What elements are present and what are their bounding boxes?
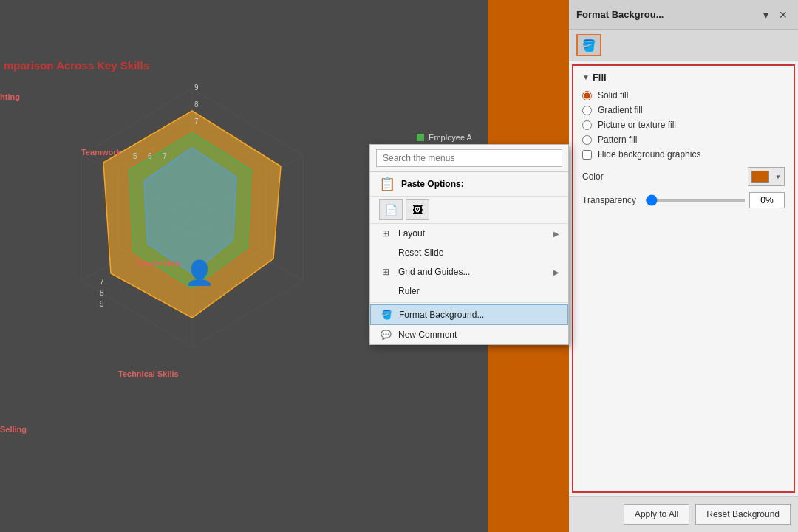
grid-icon: ⊞	[379, 267, 392, 277]
paste-btn-2[interactable]: 🖼	[406, 200, 429, 220]
paste-options-section: 📋 Paste Options:	[370, 172, 568, 197]
color-row: Color ▼	[582, 167, 785, 186]
radar-chart: 9 8 7 5 6 7 7 8 9	[0, 30, 399, 443]
radio-solid-input[interactable]	[582, 91, 592, 100]
bucket-icon-row: 🪣	[569, 30, 798, 61]
svg-text:6: 6	[148, 152, 152, 160]
hide-bg-checkbox[interactable]	[582, 150, 592, 160]
axis-label-selling: Selling	[0, 425, 27, 434]
paste-btn-1[interactable]: 📄	[379, 200, 403, 220]
color-dropdown-arrow-icon: ▼	[775, 174, 781, 180]
color-picker-btn[interactable]: ▼	[748, 167, 785, 186]
svg-text:5: 5	[133, 152, 137, 160]
slide-title: mparison Across Key Skills	[4, 59, 149, 72]
format-bg-label: Format Background...	[399, 310, 559, 320]
radio-picture-fill[interactable]: Picture or texture fill	[582, 120, 785, 130]
menu-item-format-background[interactable]: 🪣 Format Background...	[370, 304, 568, 325]
svg-text:7: 7	[194, 117, 199, 126]
radio-pattern-input[interactable]	[582, 135, 592, 145]
right-panel: Format Backgrou... ▾ ✕ 🪣 ▼ Fill Solid fi…	[569, 0, 798, 532]
menu-item-grid[interactable]: ⊞ Grid and Guides... ▶	[370, 262, 568, 282]
svg-text:7: 7	[100, 278, 104, 286]
reset-background-button[interactable]: Reset Background	[695, 504, 791, 525]
transparency-label: Transparency	[582, 195, 641, 205]
menu-item-ruler[interactable]: Ruler	[370, 282, 568, 301]
transparency-slider[interactable]	[646, 199, 745, 202]
ruler-label: Ruler	[398, 286, 559, 296]
transparency-value: 0%	[749, 192, 785, 208]
panel-header: Format Backgrou... ▾ ✕	[569, 0, 798, 30]
format-bg-icon: 🪣	[380, 310, 393, 320]
paste-options-row: 📄 🖼	[370, 197, 568, 224]
context-menu: 📋 Paste Options: 📄 🖼 ⊞ Layout ▶ Reset Sl…	[369, 144, 569, 345]
radio-gradient-fill[interactable]: Gradient fill	[582, 105, 785, 115]
menu-item-reset-slide[interactable]: Reset Slide	[370, 243, 568, 262]
grid-arrow-icon: ▶	[553, 268, 559, 276]
pattern-fill-label: Pattern fill	[598, 134, 637, 145]
apply-to-all-button[interactable]: Apply to All	[624, 504, 689, 525]
axis-label-teamwork: Teamwork	[81, 148, 121, 157]
search-input[interactable]	[376, 149, 562, 167]
layout-arrow-icon: ▶	[553, 230, 559, 238]
legend-dot-a	[417, 134, 424, 141]
svg-text:8: 8	[100, 289, 104, 297]
picture-fill-label: Picture or texture fill	[598, 120, 676, 130]
radio-pattern-fill[interactable]: Pattern fill	[582, 134, 785, 145]
solid-fill-label: Solid fill	[598, 90, 628, 100]
person-icon: 👤	[185, 259, 214, 287]
panel-title: Format Backgrou...	[576, 9, 664, 20]
paste-section-icon: 📋	[379, 176, 395, 192]
paste-options-label: Paste Options:	[401, 179, 464, 189]
bucket-icon-btn[interactable]: 🪣	[576, 34, 601, 56]
color-label: Color	[582, 171, 604, 182]
layout-icon: ⊞	[379, 228, 392, 239]
transparency-row: Transparency 0%	[582, 192, 785, 208]
panel-content: ▼ Fill Solid fill Gradient fill Picture …	[572, 64, 795, 493]
menu-divider	[370, 302, 568, 303]
gradient-fill-label: Gradient fill	[598, 105, 643, 115]
legend-label-a: Employee A	[429, 133, 472, 142]
fill-section-header[interactable]: ▼ Fill	[582, 72, 785, 83]
svg-text:9: 9	[100, 300, 104, 308]
checkbox-hide-bg[interactable]: Hide background graphics	[582, 149, 785, 160]
menu-item-new-comment[interactable]: 💬 New Comment	[370, 325, 568, 344]
axis-label-technical: Technical Skills	[118, 369, 179, 378]
svg-text:8: 8	[194, 100, 199, 109]
panel-close-btn[interactable]: ✕	[776, 7, 791, 22]
reset-slide-label: Reset Slide	[398, 248, 559, 258]
grid-label: Grid and Guides...	[398, 267, 548, 277]
legend-item-a: Employee A	[417, 133, 473, 142]
svg-text:7: 7	[163, 152, 167, 160]
new-comment-label: New Comment	[398, 330, 559, 340]
radio-picture-input[interactable]	[582, 120, 592, 130]
menu-item-layout[interactable]: ⊞ Layout ▶	[370, 224, 568, 243]
fill-section-label: Fill	[593, 72, 607, 83]
axis-label-leadership: Leadership	[137, 259, 180, 267]
panel-controls: ▾ ✕	[760, 7, 791, 22]
panel-dropdown-btn[interactable]: ▾	[760, 7, 771, 22]
panel-footer: Apply to All Reset Background	[569, 496, 798, 532]
hide-bg-label: Hide background graphics	[598, 149, 700, 160]
search-box[interactable]	[370, 145, 568, 172]
color-swatch	[751, 171, 769, 183]
fill-chevron-icon: ▼	[582, 73, 590, 81]
new-comment-icon: 💬	[379, 330, 392, 340]
fill-section: ▼ Fill Solid fill Gradient fill Picture …	[573, 66, 794, 214]
svg-text:9: 9	[194, 83, 199, 92]
axis-label-fighting: hting	[0, 92, 20, 101]
radio-solid-fill[interactable]: Solid fill	[582, 90, 785, 100]
bucket-icon: 🪣	[582, 38, 596, 52]
layout-label: Layout	[398, 228, 548, 239]
radio-gradient-input[interactable]	[582, 106, 592, 115]
